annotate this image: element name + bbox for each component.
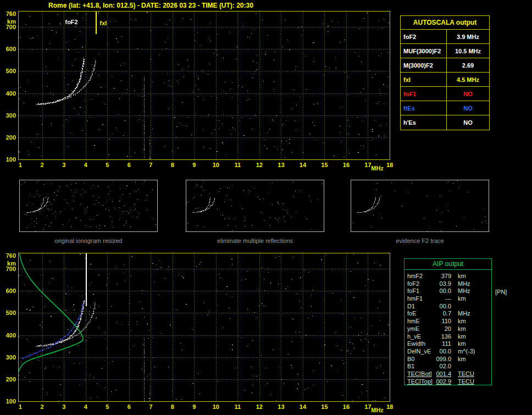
aip-row: TEC[Top]002.9TECU (404, 378, 491, 386)
bottom-ionogram-canvas (19, 253, 390, 401)
thumbnail-caption-reflections: eliminate multiple reflections (186, 237, 324, 244)
thumbnail-f2-trace-canvas (351, 180, 489, 231)
aip-row-unit: km (458, 273, 466, 280)
x-tick-label: 8 (167, 403, 179, 410)
x-tick-label: 6 (123, 162, 135, 168)
aip-row-value: --- (435, 295, 451, 303)
y-tick-label: 100 (1, 156, 16, 163)
autoscala-row: MUF(3000)F210.5 MHz (401, 44, 489, 58)
aip-row-unit: m^(-3) (458, 348, 475, 356)
aip-row: hmF1---km (404, 295, 491, 303)
aip-row-label: ymE (404, 325, 435, 333)
pn-note: [PN] (495, 289, 507, 295)
aip-row-value: 099.0 (435, 356, 451, 363)
autoscala-row-label: M(3000)F2 (401, 58, 447, 72)
x-tick-label: 2 (36, 403, 48, 410)
autoscala-row-value: NO (447, 91, 489, 97)
aip-row-label: TEC[Bot] (404, 370, 435, 378)
aip-row: foF100.0MHz (404, 287, 491, 295)
autoscala-output-table: AUTOSCALA output foF23.9 MHzMUF(3000)F21… (400, 15, 490, 130)
aip-row-label: B1 (404, 363, 435, 370)
aip-row: ymE20km (404, 325, 491, 333)
x-tick-label: 1 (14, 403, 26, 410)
aip-row: foF203.9MHz (404, 280, 491, 288)
aip-row-label: B0 (404, 356, 435, 363)
autoscala-row: foF23.9 MHz (401, 30, 489, 44)
y-tick-label: 600 (1, 46, 16, 52)
aip-row-value: 110 (435, 318, 451, 325)
aip-row-unit: km (458, 318, 466, 325)
thumbnail-f2-trace (351, 180, 489, 232)
autoscala-row: M(3000)F22.69 (401, 58, 489, 73)
x-axis-unit-label: MHz (371, 165, 384, 171)
aip-row-label: Ewidth (404, 340, 435, 348)
autoscala-row-value: NO (447, 119, 489, 126)
aip-row-unit: MHz (458, 310, 470, 318)
x-tick-label: 12 (253, 403, 265, 410)
x-tick-label: 5 (101, 403, 113, 410)
autoscala-row-value: 4.5 MHz (447, 76, 489, 83)
x-tick-label: 7 (145, 403, 157, 410)
autoscala-row-label: MUF(3000)F2 (401, 44, 447, 58)
aip-row-value: 20 (435, 325, 451, 333)
aip-row-label: foF2 (404, 280, 435, 288)
autoscala-row: h'EsNO (401, 115, 489, 130)
y-tick-label: 760 (1, 10, 16, 17)
x-axis-unit-label: MHz (371, 407, 384, 413)
aip-row: B0099.0km (404, 356, 491, 363)
fxi-annotation: fxI (99, 20, 107, 26)
autoscala-row-value: 10.5 MHz (447, 48, 489, 54)
autoscala-row-value: 2.69 (447, 62, 489, 69)
aip-row: h_vE136km (404, 333, 491, 341)
autoscala-row-label: h'Es (401, 115, 447, 130)
x-tick-label: 12 (253, 162, 265, 168)
aip-row-label: hmE (404, 318, 435, 325)
aip-row-unit: MHz (458, 280, 470, 288)
y-tick-label: 500 (1, 68, 16, 74)
aip-row-unit: km (458, 340, 466, 348)
aip-row-unit: km (458, 333, 466, 341)
aip-row-value: 00.0 (435, 287, 451, 295)
x-tick-label: 4 (80, 403, 92, 410)
y-tick-label: 760 (1, 252, 16, 259)
aip-row-value: 002.9 (435, 378, 451, 386)
x-tick-label: 11 (231, 162, 243, 168)
thumbnail-caption-original: original ionogram resized (19, 237, 158, 244)
y-tick-label: 600 (1, 287, 16, 294)
x-tick-label: 8 (167, 162, 179, 168)
aip-row: foE0.7MHz (404, 310, 491, 318)
fof2-annotation: foF2 (65, 19, 77, 25)
y-axis-unit-label: km (1, 260, 16, 267)
x-tick-label: 9 (188, 403, 200, 410)
x-tick-label: 15 (318, 403, 330, 410)
autoscala-table-title: AUTOSCALA output (401, 16, 489, 30)
autoscala-table-rows: foF23.9 MHzMUF(3000)F210.5 MHzM(3000)F22… (401, 30, 489, 130)
aip-table-rows: hmF2379kmfoF203.9MHzfoF100.0MHzhmF1---km… (404, 270, 491, 385)
aip-row-unit: MHz (458, 287, 470, 295)
aip-row-unit: km (458, 295, 466, 303)
autoscala-row-label: ftEs (401, 101, 447, 115)
x-tick-label: 15 (318, 162, 330, 168)
x-tick-label: 3 (58, 162, 70, 168)
y-tick-label: 300 (1, 354, 16, 361)
aip-output-table: AIP output hmF2379kmfoF203.9MHzfoF100.0M… (404, 258, 492, 385)
y-tick-label: 400 (1, 90, 16, 97)
aip-row-value: 03.9 (435, 280, 451, 288)
aip-row-unit: TECU (458, 370, 474, 378)
x-tick-label: 9 (188, 162, 200, 168)
x-tick-label: 18 (384, 162, 396, 168)
aip-row-unit: km (458, 356, 466, 363)
thumbnail-multiple-reflections (186, 180, 324, 232)
x-tick-label: 2 (36, 162, 48, 168)
y-axis-unit-label: km (1, 18, 16, 25)
x-tick-label: 1 (14, 162, 26, 168)
x-tick-label: 16 (340, 162, 352, 168)
x-tick-label: 13 (275, 403, 287, 410)
x-tick-label: 7 (145, 162, 157, 168)
x-tick-label: 14 (297, 162, 309, 168)
top-ionogram-canvas (19, 12, 390, 159)
aip-row-label: DelN_vE (404, 348, 435, 356)
aip-row-label: hmF1 (404, 295, 435, 303)
aip-row-unit: km (458, 325, 466, 333)
x-tick-label: 3 (58, 403, 70, 410)
